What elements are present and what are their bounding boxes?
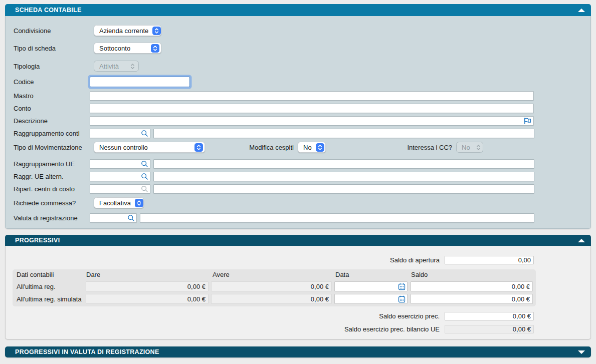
descrizione-input[interactable] — [90, 116, 534, 126]
col-header-saldo: Saldo — [411, 271, 428, 279]
select-stepper-icon — [152, 27, 161, 35]
date-input-wrap — [334, 281, 408, 291]
field-row-ripart-centri-costo: Ripart. centri di costo — [14, 183, 586, 194]
select-stepper-icon — [151, 44, 159, 53]
descrizione-input-wrap — [90, 116, 534, 126]
calendar-icon[interactable] — [398, 295, 406, 304]
field-row-descrizione: Descrizione — [14, 115, 586, 126]
modifica-cespiti-select[interactable]: No — [298, 142, 326, 153]
field-row-conto: Conto — [14, 103, 586, 114]
field-row-tipologia: Tipologia Attività — [14, 61, 586, 72]
avere-input — [211, 281, 332, 291]
raggruppamento-ue-descr-input[interactable] — [153, 159, 534, 169]
codice-input[interactable] — [90, 77, 190, 87]
select-stepper-icon — [135, 199, 143, 207]
table-cell-avere — [211, 294, 332, 304]
dare-input — [86, 294, 209, 304]
panel-progressivi-valuta: PROGRESSIVI IN VALUTA DI REGISTRAZIONE — [5, 346, 591, 357]
dare-input — [86, 281, 209, 291]
search-icon[interactable] — [141, 130, 148, 139]
ripart-centri-costo-label: Ripart. centri di costo — [14, 185, 90, 193]
calendar-icon[interactable] — [398, 283, 406, 292]
field-row-raggruppamento-conti: Raggruppamento conti — [14, 128, 586, 139]
progressivi-table: Dati contabili Dare Avere Data Saldo All… — [13, 269, 536, 306]
descrizione-label: Descrizione — [14, 117, 90, 125]
table-cell-saldo — [411, 281, 533, 291]
search-icon[interactable] — [127, 214, 135, 223]
collapse-up-icon[interactable] — [578, 9, 585, 12]
panel-header-scheda-contabile[interactable]: SCHEDA CONTABILE — [5, 4, 591, 16]
raggruppamento-ue-code-wrap — [90, 159, 150, 169]
saldo-esercizio-prec-ue-row: Saldo esercizio prec. bilancio UE — [6, 324, 534, 333]
saldo-input[interactable] — [411, 281, 533, 291]
table-cell-saldo — [411, 294, 533, 304]
search-icon[interactable] — [141, 160, 148, 169]
select-value: Attività — [99, 63, 124, 70]
table-row-label: All'ultima reg. — [17, 281, 56, 291]
tipo-movimentazione-select[interactable]: Nessun controllo — [94, 142, 205, 153]
avere-input — [211, 294, 332, 304]
conto-input[interactable] — [90, 104, 534, 113]
flag-icon[interactable] — [523, 117, 532, 126]
select-value: Facoltativa — [99, 199, 131, 207]
raggruppamento-conti-descr-input[interactable] — [153, 129, 534, 138]
field-row-mastro: Mastro — [14, 90, 586, 101]
valuta-registrazione-descr-input[interactable] — [140, 213, 534, 223]
raggr-ue-altern-descr-input[interactable] — [153, 172, 534, 181]
condivisione-select[interactable]: Azienda corrente — [94, 25, 161, 36]
collapse-up-icon[interactable] — [578, 239, 585, 242]
field-row-richiede-commessa: Richiede commessa? Facoltativa — [14, 197, 586, 208]
data-input[interactable] — [334, 281, 408, 291]
field-row-valuta-registrazione: Valuta di registrazione — [14, 212, 586, 223]
raggruppamento-ue-label: Raggruppamento UE — [14, 160, 90, 168]
search-icon[interactable] — [141, 173, 148, 182]
raggr-ue-altern-label: Raggr. UE altern. — [14, 173, 90, 180]
panel-title: PROGRESSIVI IN VALUTA DI REGISTRAZIONE — [15, 348, 578, 355]
table-cell-data — [334, 281, 408, 291]
col-header-dati-contabili: Dati contabili — [17, 271, 54, 279]
field-row-tipo-movimentazione: Tipo di Movimentazione Nessun controllo … — [14, 142, 586, 153]
raggruppamento-conti-code-wrap — [90, 129, 150, 138]
saldo-input[interactable] — [411, 294, 533, 304]
tipologia-label: Tipologia — [14, 63, 90, 70]
select-stepper-icon — [194, 143, 203, 152]
panel-body-progressivi: Saldo di apertura Dati contabili Dare Av… — [5, 246, 591, 339]
tipo-scheda-select[interactable]: Sottoconto — [94, 43, 161, 54]
select-value: Nessun controllo — [99, 144, 190, 151]
saldo-esercizio-prec-row: Saldo esercizio prec. — [6, 311, 534, 320]
codice-label: Codice — [14, 78, 90, 86]
richiede-commessa-label: Richiede commessa? — [14, 199, 90, 207]
collapse-down-icon[interactable] — [578, 350, 585, 354]
panel-body-scheda-contabile: Condivisione Azienda corrente Tipo di sc… — [5, 16, 591, 229]
tipo-scheda-label: Tipo di scheda — [14, 45, 90, 52]
table-cell-data — [334, 294, 408, 304]
modifica-cespiti-label: Modifica cespiti — [205, 144, 294, 151]
panel-header-progressivi[interactable]: PROGRESSIVI — [5, 235, 591, 246]
field-row-condivisione: Condivisione Azienda corrente — [14, 25, 586, 36]
select-value: No — [303, 144, 312, 151]
panel-header-progressivi-valuta[interactable]: PROGRESSIVI IN VALUTA DI REGISTRAZIONE — [5, 346, 591, 357]
saldo-esercizio-prec-input[interactable] — [445, 312, 534, 320]
panel-scheda-contabile: SCHEDA CONTABILE Condivisione Azienda co… — [5, 4, 591, 229]
table-cell-dare — [86, 281, 209, 291]
mastro-label: Mastro — [14, 92, 90, 100]
valuta-registrazione-code-wrap — [90, 213, 137, 223]
tipo-movimentazione-label: Tipo di Movimentazione — [14, 144, 90, 151]
richiede-commessa-select[interactable]: Facoltativa — [94, 197, 144, 208]
saldo-apertura-label: Saldo di apertura — [390, 256, 440, 264]
field-row-tipo-scheda: Tipo di scheda Sottoconto — [14, 43, 586, 54]
select-value: No — [462, 144, 470, 151]
ripart-centri-costo-descr-input[interactable] — [153, 184, 534, 194]
select-value: Sottoconto — [99, 45, 147, 52]
search-icon-disabled — [141, 185, 148, 194]
field-row-raggr-ue-altern: Raggr. UE altern. — [14, 171, 586, 182]
data-input[interactable] — [334, 294, 408, 304]
interessa-cc-label: Interessa i CC? — [326, 144, 452, 151]
saldo-apertura-input[interactable] — [445, 256, 534, 264]
conto-label: Conto — [14, 105, 90, 112]
select-stepper-icon — [316, 143, 324, 152]
panel-title: PROGRESSIVI — [15, 237, 578, 244]
table-row-label: All'ultima reg. simulata — [17, 294, 82, 304]
mastro-input[interactable] — [90, 91, 534, 101]
field-row-codice: Codice — [14, 76, 586, 87]
